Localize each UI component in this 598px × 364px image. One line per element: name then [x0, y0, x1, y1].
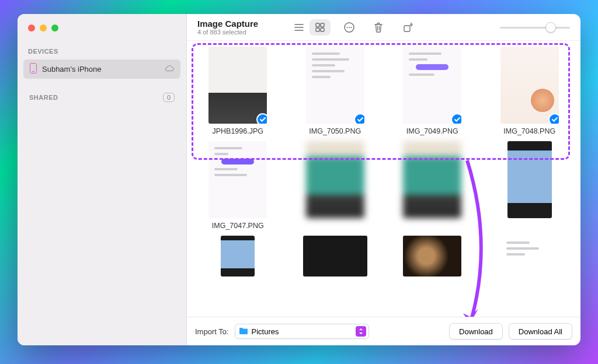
svg-rect-1 — [32, 71, 34, 72]
thumbnail-item[interactable] — [390, 141, 475, 230]
view-mode-segment — [288, 19, 331, 36]
svg-point-9 — [349, 27, 350, 28]
more-options-button[interactable] — [339, 19, 360, 36]
selection-status: 4 of 883 selected — [197, 29, 258, 36]
thumbnail-item[interactable]: IMG_7047.PNG — [195, 141, 281, 230]
sidebar-section-devices: DEVICES — [18, 44, 186, 58]
import-to-label: Import To: — [195, 327, 229, 336]
close-window-button[interactable] — [28, 24, 35, 32]
thumbnail-size-slider[interactable] — [500, 22, 570, 33]
thumbnail-image — [208, 47, 267, 124]
selected-checkmark-icon — [354, 113, 364, 124]
thumbnail-image — [500, 236, 559, 276]
svg-rect-11 — [404, 26, 410, 32]
svg-point-8 — [347, 27, 348, 28]
thumbnail-image — [221, 236, 255, 276]
svg-point-10 — [351, 27, 352, 28]
thumbnail-image — [403, 47, 461, 124]
thumbnail-item[interactable] — [487, 141, 573, 230]
thumbnail-item[interactable] — [293, 236, 378, 276]
svg-rect-4 — [321, 23, 324, 27]
thumbnail-image — [403, 236, 461, 276]
rotate-button[interactable] — [397, 19, 418, 36]
thumbnail-item[interactable] — [293, 141, 378, 230]
sidebar-item-device[interactable]: Subham's iPhone — [23, 60, 180, 79]
up-down-arrows-icon — [356, 326, 366, 337]
svg-rect-6 — [321, 28, 324, 32]
window-controls — [18, 24, 186, 44]
selected-checkmark-icon — [548, 113, 559, 124]
thumbnail-filename: IMG_7049.PNG — [406, 127, 458, 135]
thumbnail-image — [507, 141, 552, 218]
page-title: Image Capture — [197, 19, 258, 29]
thumbnail-image — [500, 47, 559, 124]
thumbnail-filename: JPHB1996.JPG — [212, 127, 263, 135]
thumbnail-item[interactable]: JPHB1996.JPG — [195, 47, 281, 135]
footer-bar: Import To: Pictures Download Download Al… — [187, 317, 580, 345]
toolbar: Image Capture 4 of 883 selected — [187, 14, 580, 41]
thumbnail-item[interactable]: IMG_7050.PNG — [293, 47, 378, 135]
phone-icon — [29, 63, 37, 75]
list-view-button[interactable] — [288, 19, 310, 36]
thumbnail-grid-area: JPHB1996.JPG IMG_7050.PNG IMG_7049.PNG — [187, 41, 580, 317]
sidebar: DEVICES Subham's iPhone SHARED 0 — [18, 14, 187, 345]
svg-rect-5 — [316, 28, 319, 32]
sidebar-section-shared[interactable]: SHARED 0 — [23, 89, 180, 106]
thumbnail-item[interactable]: IMG_7048.PNG — [487, 47, 573, 135]
import-destination-select[interactable]: Pictures — [235, 324, 369, 339]
destination-label: Pictures — [252, 327, 279, 336]
thumbnail-image — [208, 141, 267, 218]
shared-count-badge: 0 — [163, 93, 175, 102]
thumbnail-filename: IMG_7050.PNG — [309, 127, 361, 135]
thumbnail-filename: IMG_7048.PNG — [503, 127, 555, 135]
thumbnail-image — [303, 236, 367, 276]
main-panel: Image Capture 4 of 883 selected — [187, 14, 580, 345]
thumbnail-image — [306, 141, 364, 218]
grid-view-button[interactable] — [310, 19, 331, 36]
thumbnail-filename: IMG_7047.PNG — [212, 222, 264, 230]
minimize-window-button[interactable] — [40, 24, 47, 32]
thumbnail-item[interactable] — [487, 236, 573, 276]
app-window: DEVICES Subham's iPhone SHARED 0 Image C… — [18, 14, 580, 345]
fullscreen-window-button[interactable] — [51, 24, 58, 32]
thumbnail-image — [306, 47, 364, 124]
folder-icon — [239, 327, 248, 337]
selected-checkmark-icon — [451, 113, 461, 124]
selected-checkmark-icon — [256, 113, 267, 124]
thumbnail-image — [403, 141, 461, 218]
download-button[interactable]: Download — [449, 323, 503, 340]
device-name-label: Subham's iPhone — [42, 65, 102, 74]
thumbnail-item[interactable]: IMG_7049.PNG — [390, 47, 475, 135]
thumbnail-item[interactable] — [195, 236, 281, 276]
svg-rect-3 — [316, 23, 319, 27]
delete-button[interactable] — [368, 19, 389, 36]
thumbnail-item[interactable] — [390, 236, 475, 276]
cloud-icon — [164, 64, 175, 74]
download-all-button[interactable]: Download All — [509, 323, 572, 340]
